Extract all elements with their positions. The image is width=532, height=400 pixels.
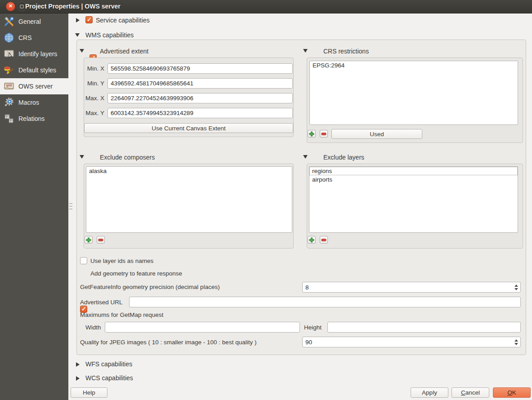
plus-icon bbox=[309, 131, 314, 137]
minus-icon bbox=[321, 237, 326, 243]
exclude-layers-list[interactable]: regions airports bbox=[309, 166, 518, 233]
sidebar-item-macros[interactable]: Macros bbox=[0, 94, 68, 111]
exclude-layers-label[interactable]: Exclude layers bbox=[323, 154, 364, 161]
max-y-input[interactable] bbox=[107, 108, 293, 118]
list-item[interactable]: airports bbox=[309, 175, 518, 184]
jpeg-quality-spinbox[interactable] bbox=[302, 337, 521, 347]
plus-icon bbox=[86, 237, 91, 243]
max-y-label: Max. Y bbox=[84, 110, 104, 116]
close-icon[interactable] bbox=[6, 2, 15, 11]
use-current-canvas-extent-button[interactable]: Use Current Canvas Extent bbox=[84, 123, 293, 133]
width-label: Width bbox=[85, 324, 101, 331]
min-y-label: Min. Y bbox=[84, 80, 104, 87]
globe-icon bbox=[4, 32, 14, 43]
sidebar-item-relations[interactable]: Relations bbox=[0, 111, 68, 127]
sidebar-item-label: Default styles bbox=[18, 67, 56, 74]
sidebar-item-identify-layers[interactable]: Identify layers bbox=[0, 46, 68, 62]
project-properties-dialog: Project Properties | OWS server General … bbox=[0, 0, 532, 400]
ows-server-panel: Service capabilities WMS capabilities Ad… bbox=[73, 13, 532, 400]
use-layer-ids-label[interactable]: Use layer ids as names bbox=[90, 258, 153, 264]
list-item-selected[interactable]: regions bbox=[309, 167, 518, 175]
titlebar: Project Properties | OWS server bbox=[0, 0, 532, 13]
collapse-arrow-icon[interactable] bbox=[303, 49, 308, 53]
max-width-input[interactable] bbox=[105, 322, 300, 333]
expand-arrow-icon[interactable] bbox=[76, 18, 80, 22]
button-label: Apply bbox=[422, 389, 437, 396]
collapse-arrow-icon[interactable] bbox=[75, 33, 80, 37]
button-label: Use Current Canvas Extent bbox=[152, 125, 225, 132]
maximums-getmap-label: Maximums for GetMap request bbox=[80, 311, 163, 318]
add-geometry-label[interactable]: Add geometry to feature response bbox=[90, 270, 182, 277]
sidebar-item-label: Macros bbox=[18, 99, 39, 106]
sidebar-item-general[interactable]: General bbox=[0, 13, 68, 30]
expand-arrow-icon[interactable] bbox=[76, 376, 80, 381]
spinner-arrows-icon[interactable] bbox=[513, 338, 520, 347]
used-button[interactable]: Used bbox=[331, 129, 422, 139]
button-label: Used bbox=[370, 131, 384, 138]
sidebar-item-label: CRS bbox=[18, 34, 32, 41]
spinner-arrows-icon[interactable] bbox=[513, 283, 520, 292]
add-crs-button[interactable] bbox=[308, 130, 316, 138]
max-x-label: Max. X bbox=[84, 95, 104, 102]
exclude-composers-list[interactable]: alaska bbox=[86, 166, 292, 233]
exclude-composers-label[interactable]: Exclude composers bbox=[100, 154, 155, 161]
add-composer-button[interactable] bbox=[85, 236, 93, 244]
remove-composer-button[interactable] bbox=[97, 236, 105, 244]
sidebar-item-label: Relations bbox=[18, 115, 45, 122]
jpeg-quality-label: Quality for JPEG images ( 10 : smaller i… bbox=[80, 339, 256, 346]
list-item[interactable]: EPSG:2964 bbox=[310, 61, 518, 70]
sidebar-splitter[interactable] bbox=[68, 13, 73, 400]
plus-icon bbox=[309, 237, 314, 243]
wms-capabilities-label[interactable]: WMS capabilities bbox=[85, 31, 134, 39]
button-label: Cancel bbox=[461, 389, 480, 396]
sidebar-item-crs[interactable]: CRS bbox=[0, 30, 68, 46]
cancel-button[interactable]: Cancel bbox=[452, 387, 489, 398]
apply-button[interactable]: Apply bbox=[411, 387, 448, 398]
sidebar-item-default-styles[interactable]: Default styles bbox=[0, 62, 68, 78]
max-x-input[interactable] bbox=[107, 93, 293, 103]
minus-icon bbox=[321, 131, 326, 137]
sidebar-item-label: OWS server bbox=[18, 83, 53, 90]
collapse-arrow-icon[interactable] bbox=[303, 155, 308, 159]
list-item[interactable]: alaska bbox=[86, 167, 292, 175]
height-label: Height bbox=[304, 324, 322, 331]
button-label: OK bbox=[507, 389, 516, 396]
crs-restrictions-label[interactable]: CRS restrictions bbox=[323, 48, 369, 55]
wfs-capabilities-label[interactable]: WFS capabilities bbox=[85, 360, 132, 368]
service-capabilities-checkbox[interactable] bbox=[85, 16, 93, 23]
advertised-url-input[interactable] bbox=[129, 297, 521, 307]
sidebar-item-label: General bbox=[18, 18, 41, 25]
sidebar: General CRS Identify layers bbox=[0, 13, 68, 400]
tables-icon bbox=[4, 113, 14, 124]
use-layer-ids-checkbox[interactable] bbox=[80, 257, 87, 264]
collapse-arrow-icon[interactable] bbox=[80, 155, 84, 159]
collapse-arrow-icon[interactable] bbox=[80, 49, 84, 53]
help-button[interactable]: Help bbox=[71, 387, 107, 398]
advertised-url-label: Advertised URL bbox=[80, 299, 123, 306]
button-label: Help bbox=[83, 389, 95, 396]
precision-label: GetFeatureInfo geometry precision (decim… bbox=[80, 284, 220, 290]
splitter-handle-icon bbox=[69, 203, 72, 211]
max-height-input[interactable] bbox=[327, 322, 521, 333]
min-x-input[interactable] bbox=[107, 63, 293, 74]
maximize-glyph bbox=[20, 4, 24, 9]
wcs-capabilities-label[interactable]: WCS capabilities bbox=[85, 374, 133, 382]
sidebar-item-ows-server[interactable]: OWS server bbox=[0, 78, 68, 94]
paintbrush-icon bbox=[4, 65, 14, 76]
sidebar-item-label: Identify layers bbox=[18, 50, 57, 58]
min-x-label: Min. X bbox=[84, 65, 104, 72]
advertised-extent-label[interactable]: Advertised extent bbox=[100, 48, 148, 55]
crs-restrictions-list[interactable]: EPSG:2964 bbox=[309, 61, 518, 125]
map-identify-icon bbox=[4, 49, 14, 59]
ok-button[interactable]: OK bbox=[493, 387, 531, 398]
expand-arrow-icon[interactable] bbox=[76, 362, 80, 367]
remove-crs-button[interactable] bbox=[320, 130, 328, 138]
window-title: Project Properties | OWS server bbox=[25, 3, 121, 10]
add-layer-button[interactable] bbox=[308, 236, 316, 244]
service-capabilities-label[interactable]: Service capabilities bbox=[96, 17, 150, 24]
gear-play-icon bbox=[4, 97, 14, 108]
min-y-input[interactable] bbox=[107, 78, 293, 89]
remove-layer-button[interactable] bbox=[320, 236, 328, 244]
precision-spinbox[interactable] bbox=[302, 282, 521, 293]
tools-icon bbox=[4, 16, 14, 27]
